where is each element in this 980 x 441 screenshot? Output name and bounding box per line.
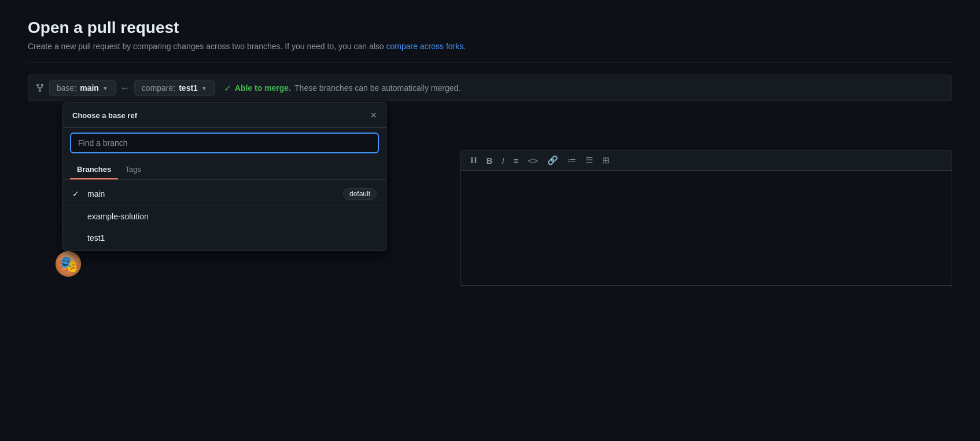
branch-item-test1[interactable]: ✓ test1 — [63, 227, 386, 248]
close-button[interactable]: × — [370, 110, 377, 120]
compare-branch-button[interactable]: compare: test1 ▼ — [134, 80, 215, 96]
branch-item-left: ✓ main — [72, 189, 105, 199]
page-title: Open a pull request — [28, 19, 952, 37]
branch-item-left-3: ✓ test1 — [72, 233, 105, 242]
compare-forks-link[interactable]: compare across forks. — [386, 42, 466, 51]
toolbar-task-list-icon[interactable]: ⊞ — [602, 155, 610, 166]
editor-area[interactable] — [460, 170, 952, 286]
branch-name-example-solution: example-solution — [87, 212, 149, 221]
branch-item-main[interactable]: ✓ main default — [63, 182, 386, 206]
toolbar-link-icon[interactable]: 🔗 — [547, 155, 558, 166]
check-icon: ✓ — [224, 83, 231, 94]
editor-toolbar: H B I ≡ <> 🔗 ≔ ☰ ⊞ — [460, 150, 952, 170]
toolbar-unordered-list-icon[interactable]: ≔ — [568, 155, 576, 166]
branch-search-input[interactable] — [70, 133, 379, 153]
branch-item-example-solution[interactable]: ✓ example-solution — [63, 206, 386, 227]
able-to-merge-text: Able to merge. — [235, 83, 291, 93]
base-label: base: — [57, 83, 76, 93]
default-badge: default — [343, 188, 377, 200]
toolbar-ordered-list-icon[interactable]: ☰ — [585, 155, 593, 166]
toolbar-bold-icon[interactable]: B — [487, 156, 493, 166]
dropdown-title: Choose a base ref — [72, 111, 137, 120]
avatar-image — [56, 251, 81, 277]
dropdown-header: Choose a base ref × — [63, 103, 386, 128]
compare-icon — [35, 83, 45, 93]
toolbar-heading-icon[interactable]: H — [470, 156, 477, 166]
branch-item-left-2: ✓ example-solution — [72, 212, 149, 221]
branch-name-test1: test1 — [87, 233, 105, 242]
avatar — [56, 251, 81, 277]
compare-branch-name: test1 — [179, 83, 198, 93]
base-branch-button[interactable]: base: main ▼ — [49, 80, 116, 96]
branch-name-main: main — [87, 189, 105, 199]
direction-arrow-icon: ← — [120, 83, 130, 93]
tab-branches[interactable]: Branches — [70, 160, 118, 179]
compare-chevron-icon: ▼ — [201, 85, 207, 91]
branch-list: ✓ main default ✓ example-solution ✓ — [63, 180, 386, 251]
tabs-row: Branches Tags — [63, 160, 386, 180]
page-subtitle: Create a new pull request by comparing c… — [28, 42, 952, 51]
search-wrapper — [63, 128, 386, 158]
compare-label: compare: — [142, 83, 175, 93]
auto-merge-text: These branches can be automatically merg… — [294, 83, 460, 93]
divider — [28, 63, 952, 63]
merge-status: ✓ Able to merge. These branches can be a… — [224, 83, 460, 94]
toolbar-code-icon[interactable]: <> — [528, 156, 538, 166]
toolbar-italic-icon[interactable]: I — [502, 156, 504, 166]
branch-selected-icon: ✓ — [72, 189, 82, 199]
tab-tags[interactable]: Tags — [118, 160, 148, 179]
base-branch-name: main — [80, 83, 99, 93]
branch-bar: base: main ▼ ← compare: test1 ▼ ✓ Able t… — [28, 75, 952, 101]
base-ref-dropdown: Choose a base ref × Branches Tags ✓ main… — [62, 102, 386, 251]
toolbar-quote-icon[interactable]: ≡ — [514, 156, 519, 166]
base-chevron-icon: ▼ — [102, 85, 108, 91]
